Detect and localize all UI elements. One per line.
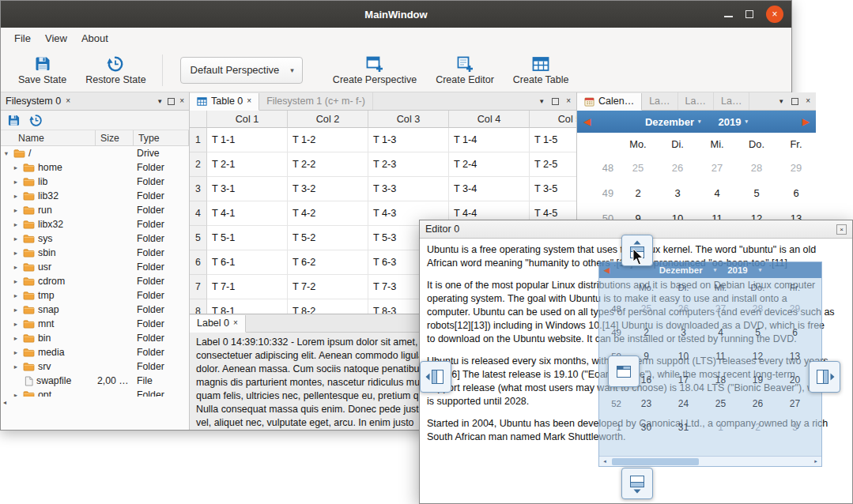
fs-row-tmp[interactable]: ▸tmpFolder [1,288,189,303]
fs-row-snap[interactable]: ▸snapFolder [1,303,189,317]
table-cell[interactable]: T 4-1 [207,201,288,226]
calendar-day[interactable]: 26 [658,155,697,180]
calendar-day[interactable]: 25 [618,155,658,180]
tab-label-3[interactable]: La… [714,92,749,110]
fs-row-sbin[interactable]: ▸sbinFolder [1,246,189,260]
scroll-right-icon[interactable]: ▸ [810,458,821,465]
create-table-button[interactable]: Create Table [504,53,579,88]
table-cell[interactable]: T 2-1 [207,152,288,177]
table-cell[interactable]: T 3-2 [288,177,368,201]
expand-icon[interactable]: ▸ [12,249,20,257]
prev-month-icon[interactable]: ◀ [583,116,591,127]
titlebar[interactable]: MainWindow × [1,1,791,28]
table-cell[interactable]: T 3-1 [207,177,288,201]
panel-float-icon[interactable] [552,98,559,105]
tab-label-0[interactable]: Label 0 × [190,315,246,333]
calendar-day[interactable]: 4 [697,180,737,205]
maximize-icon[interactable] [745,10,753,18]
fs-row-srv[interactable]: ▸srvFolder [1,359,189,374]
panel-menu-icon[interactable]: ▼ [538,98,545,105]
column-header-size[interactable]: Size [96,130,134,145]
calendar-day[interactable]: 29 [776,155,816,180]
column-header-name[interactable]: Name [1,130,96,145]
fs-row-swapfile[interactable]: swapfile2,00 …File [1,374,189,388]
fs-row-home[interactable]: ▸homeFolder [1,160,189,175]
expand-icon[interactable]: ▸ [12,220,20,228]
table-cell[interactable]: T 2-2 [288,152,368,177]
fs-row-usr[interactable]: ▸usrFolder [1,260,189,274]
row-header[interactable]: 3 [190,177,207,201]
save-icon[interactable] [7,114,21,127]
expand-icon[interactable]: ▸ [12,263,20,271]
column-header[interactable]: Col 2 [288,111,368,128]
expand-icon[interactable]: ▸ [12,306,20,314]
panel-menu-icon[interactable]: ▼ [778,98,784,105]
table-cell[interactable]: T 6-1 [207,250,288,275]
table-cell[interactable]: T 2-5 [530,152,576,177]
drag-preview-hscrollbar[interactable]: ◂ ▸ [599,456,821,466]
panel-close-icon[interactable]: × [179,97,184,105]
drop-indicator-bottom[interactable] [621,468,653,499]
expand-icon[interactable]: ▸ [12,320,20,328]
table-cell[interactable]: T 3-4 [449,177,530,201]
collapse-icon[interactable]: ▾ [2,149,10,157]
column-header[interactable]: Col 3 [368,111,449,128]
row-header[interactable]: 4 [190,201,207,226]
restore-icon[interactable] [29,114,43,127]
tab-table-0[interactable]: Table 0 × [190,93,259,111]
panel-float-icon[interactable] [168,98,175,105]
tab-label-1[interactable]: La… [642,92,677,110]
panel-menu-icon[interactable]: ▼ [157,98,163,105]
tab-calendar-0[interactable]: Calen… [577,93,642,111]
drop-indicator-left[interactable] [420,361,451,393]
panel-close-icon[interactable]: × [806,97,810,105]
fs-row-cdrom[interactable]: ▸cdromFolder [1,274,189,288]
scrollbar-thumb[interactable] [612,458,699,465]
fs-row-sys[interactable]: ▸sysFolder [1,231,189,246]
row-header[interactable]: 2 [190,152,207,177]
fs-row-opt[interactable]: ▸optFolder [1,388,189,397]
column-header[interactable]: Col 5 [530,111,576,128]
fs-row-run[interactable]: ▸runFolder [1,203,189,217]
row-header[interactable]: 8 [190,299,207,314]
horizontal-scrollbar[interactable]: ◂ [1,397,189,408]
expand-icon[interactable]: ▸ [12,277,20,285]
perspective-select[interactable]: Default Perspective ▾ [180,57,303,84]
fs-row-bin[interactable]: ▸binFolder [1,331,189,345]
month-dropdown[interactable]: Dezember ▾ [645,116,701,128]
drop-indicator-right[interactable] [809,361,840,393]
table-cell[interactable]: T 1-3 [368,128,449,152]
table-cell[interactable]: T 2-4 [449,152,530,177]
column-header[interactable]: Col 1 [207,111,288,128]
scrollbar-track[interactable] [610,457,810,466]
tab-filesystem-1[interactable]: Filesystem 1 (c+ m- f-) [259,92,373,110]
table-cell[interactable]: T 2-3 [368,152,449,177]
minimize-icon[interactable] [724,16,733,17]
scroll-left-icon[interactable]: ◂ [599,458,610,465]
drop-indicator-center[interactable] [608,355,640,387]
scroll-left-icon[interactable]: ◂ [1,399,6,406]
filesystem-tab-close-icon[interactable]: × [66,97,70,105]
save-state-button[interactable]: Save State [9,53,76,88]
expand-icon[interactable]: ▸ [12,391,20,397]
table-cell[interactable]: T 7-1 [207,275,288,299]
expand-icon[interactable]: ▸ [12,178,20,186]
tab-close-icon[interactable]: × [247,97,251,105]
expand-icon[interactable]: ▸ [12,206,20,214]
column-header[interactable]: Col 4 [449,111,530,128]
calendar-day[interactable]: 3 [658,180,697,205]
fs-row-media[interactable]: ▸mediaFolder [1,345,189,359]
next-month-icon[interactable]: ▶ [802,116,810,127]
table-cell[interactable]: T 4-2 [288,201,368,226]
expand-icon[interactable]: ▸ [12,235,20,243]
year-dropdown[interactable]: 2019 ▾ [719,116,748,128]
close-icon[interactable]: × [766,6,783,23]
calendar-day[interactable]: 6 [776,180,816,205]
table-cell[interactable]: T 7-2 [288,275,368,299]
calendar-day[interactable]: 28 [737,155,776,180]
calendar-day[interactable]: 5 [737,180,776,205]
panel-float-icon[interactable] [791,98,798,105]
table-cell[interactable]: T 1-2 [288,128,368,152]
expand-icon[interactable]: ▸ [12,363,20,370]
fs-row-lib32[interactable]: ▸lib32Folder [1,189,189,203]
